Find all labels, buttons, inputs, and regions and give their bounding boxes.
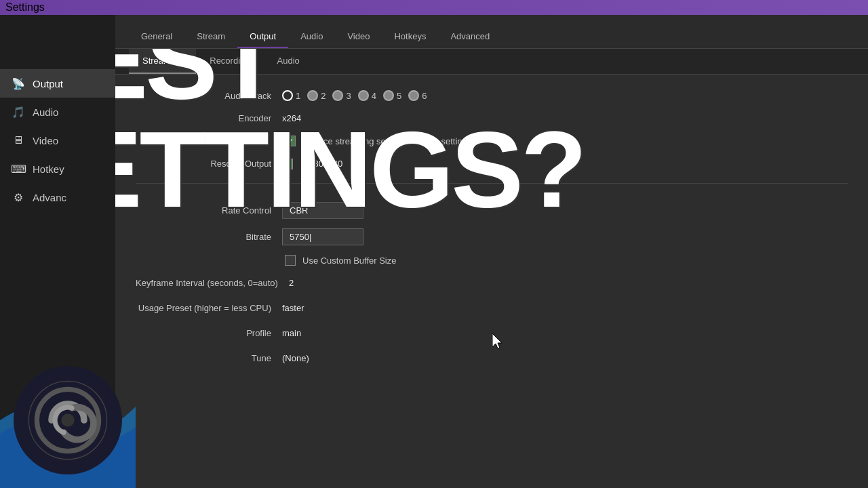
sidebar-item-hotkey[interactable]: ⌨ Hotkey [0,155,115,183]
sidebar-item-video[interactable]: 🖥 Video [0,126,115,155]
output-icon: 📡 [11,76,26,91]
enforce-checkbox-row: ✓ Enforce streaming service encoder sett… [136,131,848,151]
keyframe-value: 2 [289,275,294,291]
tab-advanced[interactable]: Advanced [438,26,502,48]
obs-logo-container [14,366,122,474]
radio-track-6[interactable] [408,90,419,101]
track-2[interactable]: 2 [307,90,326,101]
radio-track-1[interactable] [282,90,293,101]
audio-track-label: Audio Track [136,91,271,101]
radio-track-3[interactable] [332,90,343,101]
enforce-checkbox[interactable]: ✓ [285,136,296,146]
track-3[interactable]: 3 [332,90,351,101]
rate-control-label: Rate Control [136,205,271,216]
output-tabs: Streaming Recording Audio [115,49,868,75]
sidebar-item-advanced[interactable]: ⚙ Advanc [0,183,115,211]
rescale-value: 868x488 [304,156,342,171]
sidebar-label-output: Output [33,78,63,89]
usage-preset-row: Usage Preset (higher = less CPU) faster [136,296,848,321]
top-bar: Settings [0,0,868,15]
settings-nav: General Stream Output Audio Video Hotkey… [115,15,868,49]
keyframe-row: Keyframe Interval (seconds, 0=auto) 2 [136,270,848,296]
bitrate-row: Bitrate 5750 [136,224,848,250]
hotkey-icon: ⌨ [11,161,26,176]
track-1[interactable]: 1 [282,90,300,101]
track-3-label: 3 [346,91,351,101]
custom-buffer-checkbox[interactable] [285,255,296,266]
tab-recording[interactable]: Recording [196,49,263,74]
svg-point-2 [61,413,74,426]
tab-audio-output[interactable]: Audio [264,49,313,74]
audio-icon: 🎵 [11,104,26,119]
rescale-checkbox[interactable]: ✓ [282,159,293,169]
profile-label: Profile [136,328,271,338]
track-4[interactable]: 4 [358,90,376,101]
keyframe-label: Keyframe Interval (seconds, 0=auto) [136,278,278,288]
tab-output[interactable]: Output [237,26,288,48]
enforce-label: Enforce streaming service encoder settin… [302,136,471,146]
tab-audio[interactable]: Audio [288,26,335,48]
tab-general[interactable]: General [129,26,184,48]
advanced-icon: ⚙ [11,190,26,205]
bitrate-label: Bitrate [136,232,271,242]
sidebar-label-video: Video [33,135,58,146]
sidebar-item-output[interactable]: 📡 Output [0,69,115,98]
usage-preset-label: Usage Preset (higher = less CPU) [136,303,271,313]
radio-track-2[interactable] [307,90,318,101]
sidebar-label-hotkey: Hotkey [33,163,64,175]
settings-body: Audio Track 1 2 3 4 [115,75,868,382]
tune-value: (None) [282,350,309,366]
main-content: Streaming Recording Audio Audio Track 1 … [115,49,868,488]
track-5-label: 5 [397,91,401,101]
video-icon: 🖥 [11,133,26,148]
track-2-label: 2 [321,91,326,101]
track-6[interactable]: 6 [408,90,427,101]
divider-1 [136,183,848,184]
rate-control-row: Rate Control CBR [136,197,848,224]
tab-video[interactable]: Video [335,26,382,48]
radio-track-4[interactable] [358,90,369,101]
custom-buffer-label: Use Custom Buffer Size [302,256,396,266]
audio-tracks: 1 2 3 4 5 [282,90,427,101]
tune-row: Tune (None) [136,346,848,371]
tab-hotkeys[interactable]: Hotkeys [382,26,438,48]
audio-track-row: Audio Track 1 2 3 4 [136,85,848,106]
usage-preset-value: faster [282,300,304,316]
custom-buffer-row: Use Custom Buffer Size [136,250,848,270]
sidebar-item-audio[interactable]: 🎵 Audio [0,98,115,126]
tab-stream[interactable]: Stream [184,26,237,48]
radio-track-5[interactable] [383,90,394,101]
profile-value: main [282,325,301,341]
app-title: Settings [5,1,45,14]
track-6-label: 6 [422,91,427,101]
track-1-label: 1 [296,91,300,101]
track-4-label: 4 [372,91,376,101]
sidebar-label-advanced: Advanc [33,192,66,203]
encoder-value: x264 [282,110,301,126]
encoder-label: Encoder [136,113,271,123]
tab-streaming[interactable]: Streaming [129,49,196,74]
obs-logo [14,366,122,474]
bitrate-value[interactable]: 5750 [282,228,363,245]
sidebar-label-audio: Audio [33,106,58,118]
profile-row: Profile main [136,321,848,346]
track-5[interactable]: 5 [383,90,401,101]
rescale-row: Rescale Output ✓ 868x488 [136,151,848,176]
encoder-row: Encoder x264 [136,106,848,131]
rescale-label: Rescale Output [136,159,271,169]
rate-control-value: CBR [282,202,363,219]
tune-label: Tune [136,353,271,363]
